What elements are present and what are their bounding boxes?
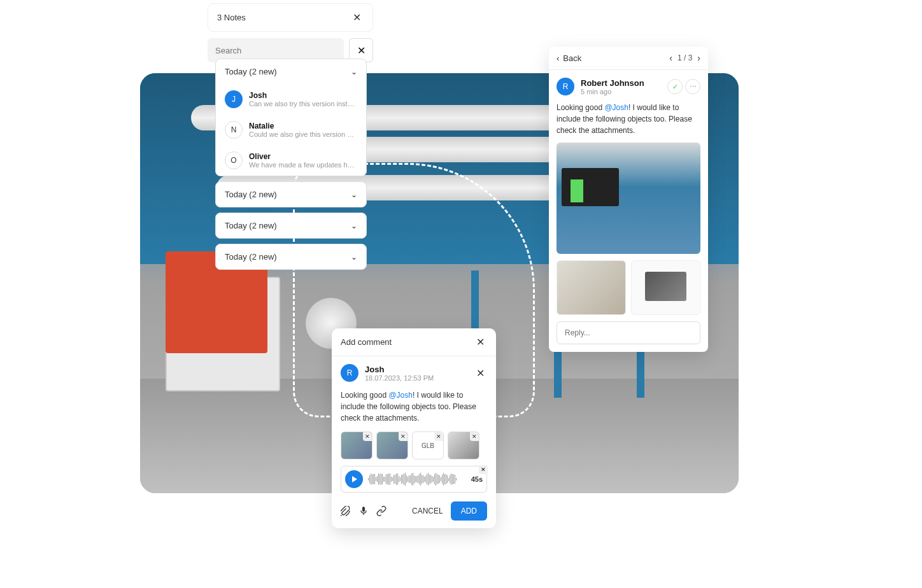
- note-preview: Could we also give this version a try ..…: [249, 130, 357, 138]
- glb-label: GLB: [422, 442, 434, 449]
- audio-attachment: 45s ✕: [341, 466, 487, 493]
- attachment-thumbnail[interactable]: ✕: [376, 431, 408, 459]
- notes-title: 3 Notes: [217, 13, 246, 22]
- attachment-glb[interactable]: GLB ✕: [412, 431, 444, 459]
- page-prev-icon[interactable]: ‹: [669, 53, 672, 63]
- notes-header: 3 Notes ✕: [208, 3, 373, 32]
- note-detail-panel: ‹ Back ‹ 1 / 3 › R Robert Johnson 5 min …: [549, 46, 708, 352]
- comment-header: Add comment ✕: [332, 328, 496, 356]
- notes-group-header[interactable]: Today (2 new) ⌄: [216, 244, 366, 269]
- reply-input[interactable]: [557, 321, 700, 344]
- text-before: Looking good: [341, 391, 388, 400]
- attachment-thumbnail[interactable]: [631, 260, 700, 315]
- detail-text: Looking good @Josh! I would like to incl…: [557, 102, 700, 136]
- author-row: R Robert Johnson 5 min ago ✓ ⋯: [557, 78, 700, 95]
- microphone-icon[interactable]: [358, 506, 369, 516]
- notes-list: Today (2 new) ⌄ J Josh Can we also try t…: [215, 59, 367, 275]
- note-item[interactable]: O Oliver We have made a few updates here…: [216, 145, 366, 176]
- detail-header: ‹ Back ‹ 1 / 3 ›: [549, 46, 708, 70]
- close-icon[interactable]: ✕: [350, 11, 364, 24]
- note-author: Oliver: [249, 152, 357, 161]
- comment-text[interactable]: Looking good @Josh! I would like to incl…: [341, 389, 487, 424]
- check-icon: ✓: [672, 83, 678, 91]
- audio-duration: 45s: [471, 475, 483, 483]
- notes-group-header[interactable]: Today (2 new) ⌄: [216, 182, 366, 207]
- note-content: Oliver We have made a few updates here .…: [249, 152, 357, 169]
- note-author: Josh: [249, 91, 357, 100]
- more-icon: ⋯: [690, 83, 697, 91]
- attachment-thumbnail[interactable]: [557, 260, 626, 315]
- group-label: Today (2 new): [225, 252, 277, 262]
- avatar: R: [341, 364, 358, 382]
- add-comment-panel: Add comment ✕ R Josh 18.07.2023, 12:53 P…: [332, 328, 496, 528]
- remove-attachment-icon[interactable]: ✕: [434, 432, 443, 441]
- notes-group: Today (2 new) ⌄ J Josh Can we also try t…: [215, 59, 367, 176]
- pagination: ‹ 1 / 3 ›: [669, 53, 700, 63]
- add-button[interactable]: ADD: [451, 501, 487, 521]
- remove-audio-icon[interactable]: ✕: [479, 465, 488, 474]
- action-icons: [341, 506, 404, 516]
- notes-group: Today (2 new) ⌄: [215, 244, 367, 270]
- close-icon: ✕: [357, 45, 365, 57]
- resolve-button[interactable]: ✓: [667, 79, 683, 94]
- comment-actions: CANCEL ADD: [341, 501, 487, 521]
- close-icon[interactable]: ✕: [474, 336, 487, 348]
- remove-attachment-icon[interactable]: ✕: [399, 432, 408, 441]
- play-button[interactable]: [345, 470, 363, 488]
- author-name: Robert Johnson: [581, 78, 661, 88]
- note-item[interactable]: J Josh Can we also try this version inst…: [216, 84, 366, 115]
- group-label: Today (2 new): [225, 67, 277, 76]
- mention[interactable]: @Josh: [388, 391, 413, 400]
- notes-group-header[interactable]: Today (2 new) ⌄: [216, 59, 366, 84]
- chevron-down-icon: ⌄: [351, 67, 357, 76]
- notes-group-header[interactable]: Today (2 new) ⌄: [216, 213, 366, 238]
- group-label: Today (2 new): [225, 221, 277, 230]
- attachment-row: [557, 260, 700, 315]
- author-row: R Josh 18.07.2023, 12:53 PM ✕: [341, 364, 487, 382]
- remove-attachment-icon[interactable]: ✕: [363, 432, 372, 441]
- note-content: Natalie Could we also give this version …: [249, 122, 357, 138]
- author-name: Josh: [365, 365, 467, 374]
- attachment-image-large[interactable]: [557, 143, 700, 254]
- comment-body: R Josh 18.07.2023, 12:53 PM ✕ Looking go…: [332, 356, 496, 528]
- comment-title: Add comment: [341, 337, 392, 347]
- notes-group: Today (2 new) ⌄: [215, 213, 367, 239]
- author-timestamp: 5 min ago: [581, 88, 661, 95]
- close-icon[interactable]: ✕: [474, 367, 487, 379]
- page-indicator: 1 / 3: [677, 53, 692, 62]
- attachment-icon[interactable]: [341, 506, 351, 516]
- back-button[interactable]: ‹ Back: [557, 53, 581, 63]
- avatar: N: [225, 121, 243, 139]
- notes-panel: 3 Notes ✕ ✕: [208, 3, 373, 62]
- chevron-down-icon: ⌄: [351, 253, 357, 262]
- author-info: Robert Johnson 5 min ago: [581, 78, 661, 95]
- cancel-button[interactable]: CANCEL: [412, 507, 443, 515]
- chevron-down-icon: ⌄: [351, 221, 357, 230]
- more-button[interactable]: ⋯: [685, 79, 700, 94]
- avatar: J: [225, 90, 243, 108]
- attachments-row: ✕ ✕ GLB ✕ ✕: [341, 431, 487, 459]
- detail-body: R Robert Johnson 5 min ago ✓ ⋯ Looking g…: [549, 70, 708, 352]
- attachment-thumbnail[interactable]: ✕: [448, 431, 479, 459]
- author-info: Josh 18.07.2023, 12:53 PM: [365, 365, 467, 382]
- note-item[interactable]: N Natalie Could we also give this versio…: [216, 115, 366, 145]
- note-author: Natalie: [249, 122, 357, 130]
- note-preview: We have made a few updates here ...: [249, 161, 357, 169]
- note-preview: Can we also try this version instead ...: [249, 100, 357, 108]
- attachment-thumbnail[interactable]: ✕: [341, 431, 372, 459]
- audio-waveform[interactable]: [368, 473, 466, 486]
- mention[interactable]: @Josh: [604, 103, 628, 112]
- avatar: O: [225, 151, 243, 169]
- link-icon[interactable]: [376, 506, 387, 516]
- play-icon: [352, 476, 357, 482]
- back-label: Back: [563, 53, 581, 63]
- page-next-icon[interactable]: ›: [697, 53, 700, 63]
- group-label: Today (2 new): [225, 190, 277, 199]
- remove-attachment-icon[interactable]: ✕: [470, 432, 479, 441]
- notes-group: Today (2 new) ⌄: [215, 181, 367, 207]
- author-timestamp: 18.07.2023, 12:53 PM: [365, 374, 467, 382]
- chevron-down-icon: ⌄: [351, 190, 357, 199]
- text-before: Looking good: [557, 103, 604, 112]
- note-content: Josh Can we also try this version instea…: [249, 91, 357, 108]
- status-actions: ✓ ⋯: [667, 79, 700, 94]
